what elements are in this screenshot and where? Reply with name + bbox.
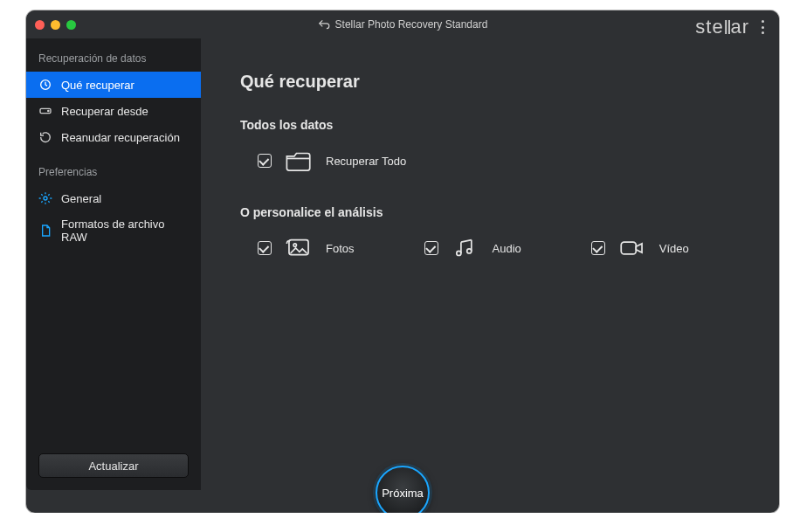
restore-icon (38, 78, 52, 92)
sidebar-item-label: Qué recuperar (61, 79, 134, 92)
sidebar-item-what-recover[interactable]: Qué recuperar (26, 72, 201, 98)
menu-kebab-icon[interactable] (756, 19, 769, 35)
minimize-window-button[interactable] (51, 20, 60, 30)
video-icon (617, 235, 647, 261)
sidebar-item-label: General (61, 192, 101, 205)
svg-point-3 (44, 197, 47, 200)
update-button[interactable]: Actualizar (38, 453, 189, 478)
sidebar-item-label: Recuperar desde (61, 105, 148, 118)
resume-icon (38, 130, 52, 144)
page-title: Qué recuperar (240, 72, 765, 92)
audio-icon (451, 235, 480, 261)
folder-icon (284, 148, 314, 174)
section-title-custom: O personalice el análisis (240, 205, 765, 219)
section-title-all: Todos los datos (240, 118, 765, 132)
option-photos[interactable]: Fotos (258, 235, 355, 261)
sidebar-item-resume[interactable]: Reanudar recuperación (26, 124, 201, 150)
drive-icon (38, 104, 52, 118)
brand-logo: stellar (695, 16, 749, 38)
sidebar-item-label: Formatos de archivo RAW (61, 218, 189, 244)
app-title: Stellar Photo Recovery Standard (335, 18, 488, 31)
main-content: Qué recuperar Todos los datos Recuperar … (214, 51, 765, 495)
maximize-window-button[interactable] (66, 20, 76, 30)
gear-icon (38, 191, 52, 205)
sidebar-section-title: Preferencias (26, 162, 201, 185)
file-raw-icon (38, 224, 52, 238)
next-button[interactable]: Próxima (376, 466, 430, 513)
next-button-label: Próxima (382, 487, 424, 500)
sidebar-item-general[interactable]: General (26, 185, 201, 211)
sidebar: Recuperación de datos Qué recuperar Recu… (26, 38, 201, 490)
sidebar-item-recover-from[interactable]: Recuperar desde (26, 98, 201, 124)
option-label: Vídeo (659, 242, 689, 255)
option-label: Audio (493, 242, 521, 255)
option-label: Fotos (326, 242, 355, 255)
option-video[interactable]: Vídeo (591, 235, 689, 261)
checkbox-audio[interactable] (424, 241, 438, 255)
checkbox-recover-all[interactable] (258, 154, 272, 168)
window-controls (35, 20, 76, 30)
svg-point-2 (48, 110, 49, 111)
svg-point-6 (456, 251, 460, 255)
svg-point-5 (293, 244, 296, 246)
option-audio[interactable]: Audio (424, 235, 521, 261)
close-window-button[interactable] (35, 20, 45, 30)
photos-icon (284, 235, 314, 261)
svg-rect-8 (621, 242, 636, 254)
sidebar-section-title: Recuperación de datos (26, 49, 201, 72)
sidebar-item-raw[interactable]: Formatos de archivo RAW (26, 211, 201, 250)
option-label: Recuperar Todo (326, 155, 406, 168)
titlebar: Stellar Photo Recovery Standard stellar (26, 10, 779, 38)
checkbox-photos[interactable] (258, 241, 272, 255)
svg-point-7 (466, 249, 471, 253)
sidebar-item-label: Reanudar recuperación (61, 131, 180, 144)
checkbox-video[interactable] (591, 241, 605, 255)
app-window: Stellar Photo Recovery Standard stellar … (26, 10, 779, 513)
option-recover-all[interactable]: Recuperar Todo (258, 148, 406, 174)
back-icon[interactable] (318, 18, 330, 31)
